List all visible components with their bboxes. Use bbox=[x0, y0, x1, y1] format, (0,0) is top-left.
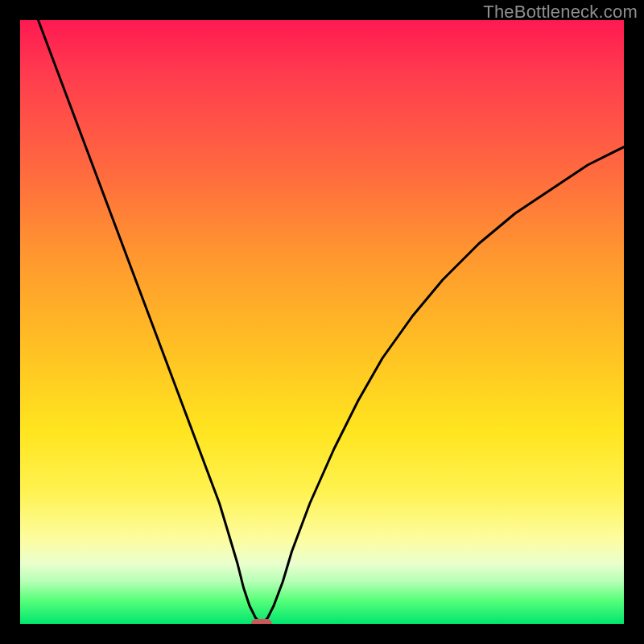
chart-frame: TheBottleneck.com bbox=[0, 0, 644, 644]
optimal-point-marker bbox=[251, 619, 272, 624]
watermark-text: TheBottleneck.com bbox=[483, 2, 638, 23]
plot-area bbox=[20, 20, 624, 624]
bottleneck-curve bbox=[20, 20, 624, 624]
